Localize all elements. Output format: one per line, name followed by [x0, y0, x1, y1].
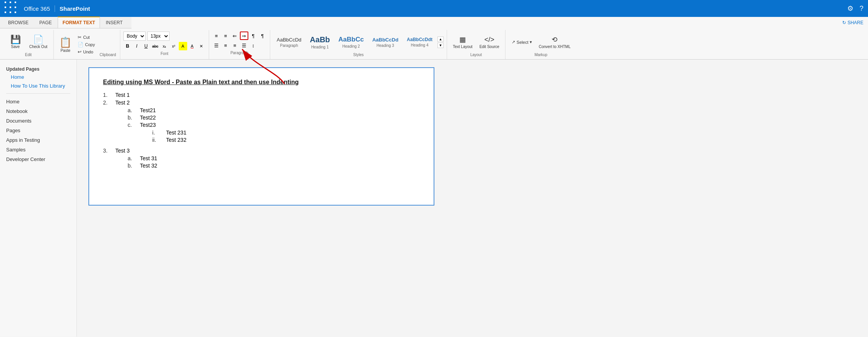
style-paragraph-label: Paragraph [280, 43, 298, 48]
edit-source-icon: </> [484, 36, 494, 44]
sidebar-divider [6, 93, 70, 94]
layout-group-label: Layout [450, 53, 502, 58]
save-button[interactable]: 💾 Save [6, 33, 25, 50]
italic-button[interactable]: I [133, 42, 141, 50]
sidebar-item-home-updated[interactable]: Home [0, 73, 76, 81]
text-layout-button[interactable]: ▦ Text Layout [450, 33, 475, 51]
spacing-button[interactable]: ↕ [249, 41, 258, 50]
paste-label: Paste [60, 48, 70, 53]
style-heading2-preview: AaBbCc [338, 36, 364, 43]
checkout-label: Check Out [29, 45, 47, 49]
rtl-button[interactable]: ¶ [258, 32, 267, 40]
ltr-button[interactable]: ¶ [249, 32, 258, 40]
style-paragraph-preview: AaBbCcDd [277, 37, 301, 43]
align-right-button[interactable]: ≡ [231, 41, 239, 50]
share-label: SHARE [848, 20, 863, 25]
style-heading3-preview: AaBbCcDd [372, 37, 398, 43]
paragraph-row1: ≡ ≡ ⇐ ⇒ ¶ ¶ [212, 32, 267, 40]
font-color-button[interactable]: A [188, 42, 196, 50]
style-heading4[interactable]: AaBbCcDdt Heading 4 [403, 35, 436, 49]
style-heading3[interactable]: AaBbCcDd Heading 3 [369, 35, 402, 50]
convert-xhtml-button[interactable]: ⟲ Convert to XHTML [536, 33, 573, 51]
styles-up-arrow[interactable]: ▲ [437, 37, 444, 42]
clipboard-small-buttons: ✂ Cut 📄 Copy ↩ Undo [75, 32, 97, 58]
subscript-button[interactable]: x₂ [160, 42, 169, 50]
sharepoint-label: SharePoint [60, 5, 90, 12]
list-item-23-text: Test23 [140, 122, 156, 128]
page-editor[interactable]: Editing using MS Word - Paste as Plain t… [88, 67, 434, 206]
sidebar-item-how-to-use[interactable]: How To Use This Library [0, 81, 76, 90]
tab-format-text[interactable]: FORMAT TEXT [58, 17, 100, 28]
tab-insert[interactable]: INSERT [101, 17, 128, 28]
unordered-list-button[interactable]: ≡ [212, 32, 221, 40]
edit-source-button[interactable]: </> Edit Source [477, 34, 502, 51]
main-list: Test 1 Test 2 Test21 Test22 [103, 92, 420, 170]
list-item-22-text: Test22 [140, 115, 156, 121]
ribbon-tabs-row: BROWSE PAGE FORMAT TEXT INSERT ↻ SHARE [0, 17, 868, 28]
styles-arrow: ▲ ▼ [437, 37, 444, 48]
font-selects: Body 13px [123, 32, 206, 41]
apps-grid-icon[interactable] [5, 2, 18, 15]
clipboard-group: 📋 Paste ✂ Cut 📄 Copy ↩ Undo Clipboard [54, 30, 120, 59]
page-title: Editing using MS Word - Paste as Plain t… [103, 79, 420, 86]
style-heading1[interactable]: AaBb Heading 1 [306, 33, 333, 51]
style-heading1-preview: AaBb [310, 35, 330, 44]
styles-down-arrow[interactable]: ▼ [437, 43, 444, 48]
font-size-select[interactable]: 13px [147, 32, 170, 41]
list-item-231: Test 231 [152, 129, 186, 136]
settings-icon[interactable]: ⚙ [847, 4, 853, 13]
sidebar-nav-samples[interactable]: Samples [0, 145, 76, 154]
list-item-2-text: Test 2 [115, 100, 130, 106]
share-button[interactable]: ↻ SHARE [838, 20, 868, 25]
list-item-23: Test23 Test 231 Test 232 [128, 122, 186, 144]
select-button[interactable]: ↗ Select ▾ [509, 38, 535, 46]
copy-icon: 📄 [78, 42, 83, 47]
paste-button[interactable]: 📋 Paste [57, 32, 74, 58]
tab-browse[interactable]: BROWSE [3, 17, 33, 28]
superscript-button[interactable]: x² [170, 42, 178, 50]
underline-button[interactable]: U [142, 42, 150, 50]
font-group: Body 13px B I U abc x₂ x² A A ✕ Font [120, 30, 209, 59]
tab-page[interactable]: PAGE [34, 17, 57, 28]
ordered-list-button[interactable]: ≡ [221, 32, 230, 40]
list-item-21: Test21 [128, 107, 186, 113]
increase-indent-button[interactable]: ⇒ [240, 32, 248, 40]
bold-button[interactable]: B [123, 42, 132, 50]
sidebar-nav-home[interactable]: Home [0, 97, 76, 106]
list-item-1: Test 1 [103, 92, 420, 98]
decrease-indent-button[interactable]: ⇐ [231, 32, 239, 40]
undo-button[interactable]: ↩ Undo [75, 48, 97, 55]
sidebar-nav-apps-in-testing[interactable]: Apps in Testing [0, 135, 76, 145]
paragraph-row2: ☰ ≡ ≡ ☰ ↕ [212, 41, 267, 50]
undo-icon: ↩ [78, 49, 81, 55]
sidebar-nav-pages[interactable]: Pages [0, 126, 76, 135]
font-family-select[interactable]: Body [123, 32, 146, 41]
ribbon: BROWSE PAGE FORMAT TEXT INSERT ↻ SHARE 💾… [0, 17, 868, 60]
paste-icon: 📋 [59, 37, 72, 48]
layout-group: ▦ Text Layout </> Edit Source Layout [447, 30, 506, 59]
list-item-3: Test 3 Test 31 Test 32 [103, 148, 420, 170]
cut-button[interactable]: ✂ Cut [75, 34, 97, 41]
checkout-button[interactable]: 📄 Check Out [26, 33, 50, 50]
convert-label: Convert to XHTML [539, 45, 570, 49]
list-item-32-text: Test 32 [140, 163, 157, 169]
paragraph-group: ≡ ≡ ⇐ ⇒ ¶ ¶ ☰ ≡ ≡ ☰ ↕ Paragraph [209, 30, 270, 59]
style-heading2[interactable]: AaBbCc Heading 2 [335, 34, 367, 50]
justify-button[interactable]: ☰ [240, 41, 248, 50]
strikethrough-button[interactable]: abc [151, 42, 160, 50]
sidebar-nav-developer-center[interactable]: Developer Center [0, 154, 76, 164]
clipboard-group-label: Clipboard [99, 53, 117, 58]
align-center-button[interactable]: ≡ [221, 41, 230, 50]
sidebar-nav-documents[interactable]: Documents [0, 116, 76, 126]
paragraph-group-label: Paragraph [212, 51, 267, 56]
highlight-button[interactable]: A [179, 42, 187, 50]
style-heading3-label: Heading 3 [377, 43, 394, 48]
sidebar-nav-notebook[interactable]: Notebook [0, 106, 76, 116]
style-paragraph[interactable]: AaBbCcDd Paragraph [273, 35, 305, 50]
list-item-31: Test 31 [128, 155, 157, 161]
copy-button[interactable]: 📄 Copy [75, 41, 97, 48]
help-icon[interactable]: ? [860, 5, 863, 13]
style-heading2-label: Heading 2 [343, 44, 360, 48]
clear-format-button[interactable]: ✕ [197, 42, 206, 50]
align-left-button[interactable]: ☰ [212, 41, 221, 50]
